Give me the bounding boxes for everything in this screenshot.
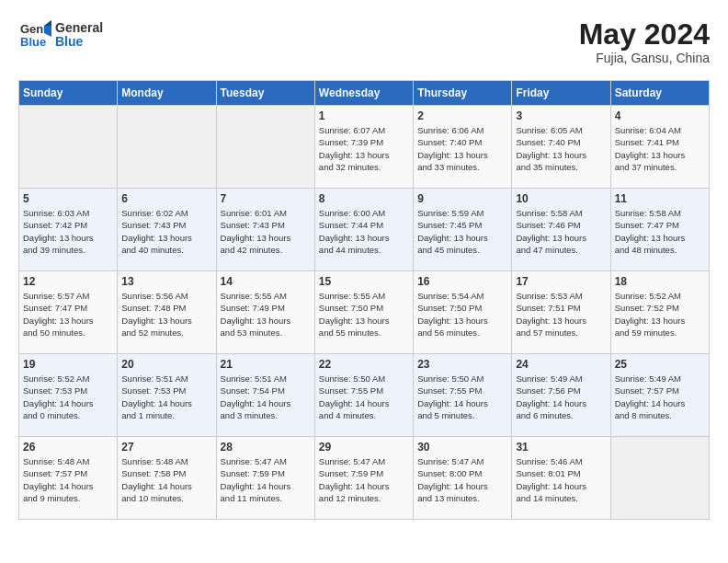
- day-number: 12: [23, 275, 113, 288]
- day-number: 10: [516, 192, 606, 205]
- calendar-week-row: 12Sunrise: 5:57 AM Sunset: 7:47 PM Dayli…: [19, 271, 710, 354]
- cell-info: Sunrise: 5:46 AM Sunset: 8:01 PM Dayligh…: [516, 455, 606, 504]
- cell-info: Sunrise: 6:04 AM Sunset: 7:41 PM Dayligh…: [615, 124, 705, 173]
- day-number: 11: [615, 192, 705, 205]
- cell-info: Sunrise: 5:51 AM Sunset: 7:54 PM Dayligh…: [221, 373, 311, 421]
- day-header-tuesday: Tuesday: [216, 81, 314, 106]
- calendar-cell: [19, 106, 118, 189]
- day-number: 24: [516, 358, 606, 371]
- cell-info: Sunrise: 5:56 AM Sunset: 7:48 PM Dayligh…: [121, 290, 211, 339]
- cell-info: Sunrise: 5:48 AM Sunset: 7:57 PM Dayligh…: [23, 455, 113, 504]
- day-number: 28: [221, 441, 311, 454]
- calendar-cell: 29Sunrise: 5:47 AM Sunset: 7:59 PM Dayli…: [314, 437, 413, 520]
- cell-info: Sunrise: 5:47 AM Sunset: 8:00 PM Dayligh…: [417, 455, 507, 504]
- day-number: 21: [221, 358, 311, 371]
- cell-info: Sunrise: 5:49 AM Sunset: 7:56 PM Dayligh…: [516, 373, 606, 421]
- day-number: 6: [121, 192, 211, 205]
- day-number: 14: [221, 275, 311, 288]
- cell-info: Sunrise: 5:58 AM Sunset: 7:47 PM Dayligh…: [615, 207, 705, 256]
- calendar-cell: 20Sunrise: 5:51 AM Sunset: 7:53 PM Dayli…: [118, 354, 216, 437]
- calendar-cell: 2Sunrise: 6:06 AM Sunset: 7:40 PM Daylig…: [414, 106, 512, 189]
- day-number: 20: [121, 358, 211, 371]
- calendar-cell: 31Sunrise: 5:46 AM Sunset: 8:01 PM Dayli…: [512, 437, 610, 520]
- calendar-cell: [216, 106, 314, 189]
- day-header-wednesday: Wednesday: [314, 81, 413, 106]
- day-number: 19: [23, 358, 113, 371]
- calendar-cell: 26Sunrise: 5:48 AM Sunset: 7:57 PM Dayli…: [19, 437, 118, 520]
- calendar-cell: [610, 437, 709, 520]
- day-number: 15: [319, 275, 409, 288]
- calendar-cell: 1Sunrise: 6:07 AM Sunset: 7:39 PM Daylig…: [314, 106, 413, 189]
- header: General Blue General Blue May 2024 Fujia…: [18, 18, 710, 65]
- cell-info: Sunrise: 5:50 AM Sunset: 7:55 PM Dayligh…: [319, 373, 409, 421]
- day-number: 2: [417, 109, 507, 122]
- location-subtitle: Fujia, Gansu, China: [579, 51, 710, 65]
- day-number: 13: [121, 275, 211, 288]
- calendar-cell: 21Sunrise: 5:51 AM Sunset: 7:54 PM Dayli…: [216, 354, 314, 437]
- cell-info: Sunrise: 5:48 AM Sunset: 7:58 PM Dayligh…: [121, 455, 211, 504]
- calendar-cell: 30Sunrise: 5:47 AM Sunset: 8:00 PM Dayli…: [414, 437, 512, 520]
- cell-info: Sunrise: 5:57 AM Sunset: 7:47 PM Dayligh…: [23, 290, 113, 339]
- calendar-week-row: 26Sunrise: 5:48 AM Sunset: 7:57 PM Dayli…: [19, 437, 710, 520]
- cell-info: Sunrise: 6:05 AM Sunset: 7:40 PM Dayligh…: [516, 124, 606, 173]
- calendar-cell: 19Sunrise: 5:52 AM Sunset: 7:53 PM Dayli…: [19, 354, 118, 437]
- day-header-sunday: Sunday: [19, 81, 118, 106]
- calendar-cell: 11Sunrise: 5:58 AM Sunset: 7:47 PM Dayli…: [610, 189, 709, 271]
- day-number: 22: [319, 358, 409, 371]
- calendar-cell: 28Sunrise: 5:47 AM Sunset: 7:59 PM Dayli…: [216, 437, 314, 520]
- calendar-cell: 12Sunrise: 5:57 AM Sunset: 7:47 PM Dayli…: [19, 271, 118, 354]
- day-number: 25: [615, 358, 705, 371]
- cell-info: Sunrise: 5:52 AM Sunset: 7:53 PM Dayligh…: [23, 373, 113, 421]
- calendar-cell: 23Sunrise: 5:50 AM Sunset: 7:55 PM Dayli…: [414, 354, 512, 437]
- cell-info: Sunrise: 5:58 AM Sunset: 7:46 PM Dayligh…: [516, 207, 606, 256]
- cell-info: Sunrise: 6:07 AM Sunset: 7:39 PM Dayligh…: [319, 124, 409, 173]
- cell-info: Sunrise: 5:47 AM Sunset: 7:59 PM Dayligh…: [221, 455, 311, 504]
- calendar-cell: 25Sunrise: 5:49 AM Sunset: 7:57 PM Dayli…: [610, 354, 709, 437]
- calendar-cell: [118, 106, 216, 189]
- day-header-monday: Monday: [118, 81, 216, 106]
- day-number: 17: [516, 275, 606, 288]
- title-section: May 2024 Fujia, Gansu, China: [579, 18, 710, 65]
- calendar-cell: 6Sunrise: 6:02 AM Sunset: 7:43 PM Daylig…: [118, 189, 216, 271]
- days-header-row: SundayMondayTuesdayWednesdayThursdayFrid…: [19, 81, 710, 106]
- calendar-cell: 16Sunrise: 5:54 AM Sunset: 7:50 PM Dayli…: [414, 271, 512, 354]
- calendar-cell: 9Sunrise: 5:59 AM Sunset: 7:45 PM Daylig…: [414, 189, 512, 271]
- cell-info: Sunrise: 5:53 AM Sunset: 7:51 PM Dayligh…: [516, 290, 606, 339]
- day-number: 26: [23, 441, 113, 454]
- logo: General Blue General Blue: [18, 18, 103, 52]
- calendar-cell: 27Sunrise: 5:48 AM Sunset: 7:58 PM Dayli…: [118, 437, 216, 520]
- calendar-cell: 24Sunrise: 5:49 AM Sunset: 7:56 PM Dayli…: [512, 354, 610, 437]
- day-number: 4: [615, 109, 705, 122]
- cell-info: Sunrise: 6:01 AM Sunset: 7:43 PM Dayligh…: [221, 207, 311, 256]
- day-header-saturday: Saturday: [610, 81, 709, 106]
- cell-info: Sunrise: 5:59 AM Sunset: 7:45 PM Dayligh…: [417, 207, 507, 256]
- calendar-cell: 4Sunrise: 6:04 AM Sunset: 7:41 PM Daylig…: [610, 106, 709, 189]
- day-number: 3: [516, 109, 606, 122]
- day-number: 27: [121, 441, 211, 454]
- cell-info: Sunrise: 6:00 AM Sunset: 7:44 PM Dayligh…: [319, 207, 409, 256]
- day-number: 1: [319, 109, 409, 122]
- cell-info: Sunrise: 6:02 AM Sunset: 7:43 PM Dayligh…: [121, 207, 211, 256]
- logo-general-text: General: [55, 21, 103, 35]
- day-number: 16: [417, 275, 507, 288]
- cell-info: Sunrise: 5:51 AM Sunset: 7:53 PM Dayligh…: [121, 373, 211, 421]
- day-number: 23: [417, 358, 507, 371]
- day-number: 30: [417, 441, 507, 454]
- logo-blue-text: Blue: [55, 35, 103, 49]
- calendar-week-row: 1Sunrise: 6:07 AM Sunset: 7:39 PM Daylig…: [19, 106, 710, 189]
- day-header-thursday: Thursday: [414, 81, 512, 106]
- calendar-week-row: 5Sunrise: 6:03 AM Sunset: 7:42 PM Daylig…: [19, 189, 710, 271]
- calendar-cell: 18Sunrise: 5:52 AM Sunset: 7:52 PM Dayli…: [610, 271, 709, 354]
- calendar-table: SundayMondayTuesdayWednesdayThursdayFrid…: [18, 80, 710, 520]
- calendar-cell: 10Sunrise: 5:58 AM Sunset: 7:46 PM Dayli…: [512, 189, 610, 271]
- cell-info: Sunrise: 5:50 AM Sunset: 7:55 PM Dayligh…: [417, 373, 507, 421]
- cell-info: Sunrise: 6:03 AM Sunset: 7:42 PM Dayligh…: [23, 207, 113, 256]
- calendar-cell: 22Sunrise: 5:50 AM Sunset: 7:55 PM Dayli…: [314, 354, 413, 437]
- cell-info: Sunrise: 5:52 AM Sunset: 7:52 PM Dayligh…: [615, 290, 705, 339]
- cell-info: Sunrise: 5:47 AM Sunset: 7:59 PM Dayligh…: [319, 455, 409, 504]
- calendar-cell: 17Sunrise: 5:53 AM Sunset: 7:51 PM Dayli…: [512, 271, 610, 354]
- calendar-body: 1Sunrise: 6:07 AM Sunset: 7:39 PM Daylig…: [19, 106, 710, 520]
- day-header-friday: Friday: [512, 81, 610, 106]
- calendar-cell: 15Sunrise: 5:55 AM Sunset: 7:50 PM Dayli…: [314, 271, 413, 354]
- calendar-cell: 14Sunrise: 5:55 AM Sunset: 7:49 PM Dayli…: [216, 271, 314, 354]
